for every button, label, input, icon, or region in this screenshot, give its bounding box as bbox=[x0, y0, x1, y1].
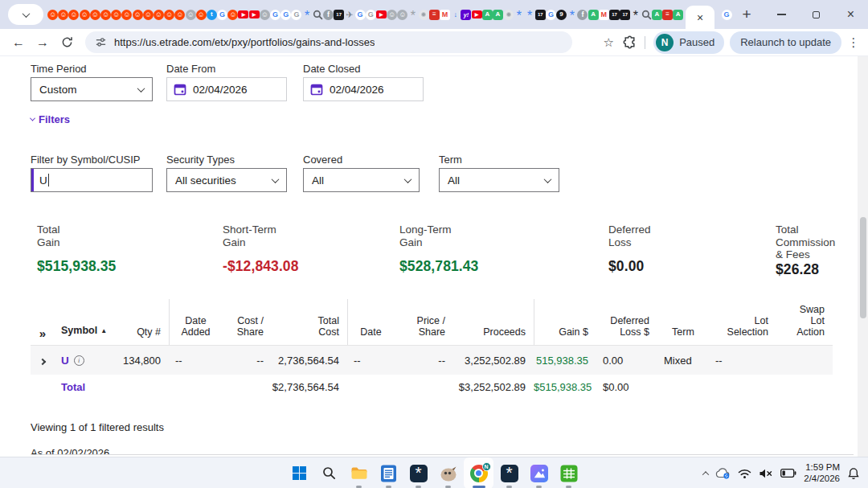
tab-favicon-reddit[interactable]: ☺ bbox=[174, 0, 185, 29]
address-bar[interactable]: https://us.etrade.com/etx/pxy/portfolios… bbox=[85, 31, 572, 53]
column-header-total_cost[interactable]: TotalCost bbox=[272, 315, 347, 345]
tab-favicon-pin_blue[interactable]: * bbox=[514, 0, 524, 29]
tab-favicon-pin_black[interactable]: * bbox=[630, 0, 641, 29]
tab-favicon-reddit[interactable]: ☺ bbox=[196, 0, 207, 29]
page-scrollbar[interactable] bbox=[858, 56, 868, 457]
tab-favicon-reddit[interactable]: ☺ bbox=[164, 0, 174, 29]
tab-favicon-tv17[interactable]: 17 bbox=[535, 0, 546, 29]
tab-favicon-reddit[interactable]: ☺ bbox=[80, 0, 90, 29]
row-expand-button[interactable] bbox=[31, 355, 55, 367]
tab-favicon-pin_blue[interactable]: * bbox=[567, 0, 577, 29]
dark-app-button-1[interactable]: * bbox=[403, 457, 433, 488]
tab-close-icon[interactable]: × bbox=[697, 12, 703, 23]
tab-favicon-android[interactable]: A bbox=[588, 0, 599, 29]
column-header-gain[interactable]: Gain $ bbox=[534, 299, 596, 345]
browser-menu-button[interactable]: ⋮ bbox=[847, 35, 860, 50]
tab-favicon-reddit[interactable]: ☺ bbox=[68, 0, 79, 29]
scrollbar-thumb[interactable] bbox=[860, 217, 866, 318]
tab-favicon-reddit[interactable]: ☺ bbox=[111, 0, 121, 29]
tab-favicon-youtube[interactable]: ▶ bbox=[472, 0, 482, 29]
tab-favicon-google_gray[interactable]: G bbox=[291, 0, 301, 29]
symbol-filter-input[interactable]: U bbox=[31, 168, 153, 192]
security-types-select[interactable]: All securities bbox=[166, 168, 287, 192]
tab-favicon-gmail[interactable]: M bbox=[440, 0, 450, 29]
column-header-proceeds[interactable]: Proceeds bbox=[453, 326, 534, 345]
tab-favicon-chrome_gray[interactable] bbox=[503, 0, 514, 29]
column-header-date_added[interactable]: DateAdded bbox=[169, 299, 222, 345]
tab-favicon-reddit[interactable]: ☺ bbox=[100, 0, 111, 29]
new-tab-button[interactable]: + bbox=[737, 0, 756, 29]
tab-favicon-youtube[interactable]: ▶ bbox=[238, 0, 248, 29]
relaunch-to-update-button[interactable]: Relaunch to update bbox=[730, 31, 841, 54]
dark-app-button-2[interactable]: * bbox=[494, 457, 524, 488]
tab-favicon-search[interactable] bbox=[641, 0, 652, 29]
tab-favicon-google[interactable]: G bbox=[270, 0, 280, 29]
tab-favicon-youtube[interactable]: ▶ bbox=[376, 0, 387, 29]
photos-button[interactable] bbox=[524, 457, 554, 488]
date-closed-field[interactable]: 02/04/2026 bbox=[303, 77, 424, 101]
tab-favicon-reddit[interactable]: ☺ bbox=[227, 0, 238, 29]
tab-favicon-reddit[interactable]: ☺ bbox=[133, 0, 143, 29]
tab-favicon-google[interactable]: G bbox=[280, 0, 291, 29]
tab-favicon-reddit[interactable]: ☺ bbox=[154, 0, 164, 29]
tab-favicon-search[interactable] bbox=[313, 0, 323, 29]
column-header-cost_share[interactable]: Cost /Share bbox=[222, 315, 272, 345]
tab-favicon-reddit[interactable]: ☺ bbox=[58, 0, 68, 29]
tab-favicon-plane[interactable]: ✈ bbox=[344, 0, 354, 29]
profile-chip[interactable]: N Paused bbox=[653, 31, 724, 54]
tab-favicon-pin_blue[interactable]: * bbox=[302, 0, 313, 29]
chrome-button[interactable]: N bbox=[464, 457, 493, 488]
tab-favicon-reddit[interactable]: ☺ bbox=[143, 0, 154, 29]
tray-overflow-chevron-icon[interactable] bbox=[702, 471, 709, 478]
covered-select[interactable]: All bbox=[303, 168, 420, 192]
calc-app-button[interactable] bbox=[554, 457, 583, 488]
reload-button[interactable] bbox=[55, 31, 79, 54]
tab-favicon-reddit[interactable]: ☺ bbox=[47, 0, 58, 29]
writer-app-button[interactable] bbox=[374, 457, 403, 488]
forward-button[interactable]: → bbox=[31, 31, 55, 54]
tab-favicon-download[interactable]: ↓ bbox=[450, 0, 461, 29]
tab-favicon-nine[interactable]: 9 bbox=[556, 0, 567, 29]
active-tab[interactable]: × bbox=[686, 6, 714, 29]
tab-favicon-reddit_gray[interactable]: ☺ bbox=[387, 0, 397, 29]
tab-favicon-google_gray[interactable]: G bbox=[366, 0, 376, 29]
tab-favicon-yahoo[interactable]: y! bbox=[461, 0, 471, 29]
close-button[interactable]: × bbox=[833, 0, 868, 29]
maximize-button[interactable] bbox=[799, 0, 833, 29]
tab-search-button[interactable] bbox=[8, 4, 43, 25]
tab-favicon-android[interactable]: A bbox=[673, 0, 683, 29]
tab-favicon-gmail[interactable]: M bbox=[599, 0, 609, 29]
tab-favicon-android[interactable]: A bbox=[482, 0, 493, 29]
tab-favicon-pin_blue[interactable]: * bbox=[524, 0, 534, 29]
column-header-qty[interactable]: Qty # bbox=[119, 326, 169, 345]
column-header-swap[interactable]: SwapLotAction bbox=[776, 304, 833, 345]
back-button[interactable]: ← bbox=[6, 31, 31, 54]
tab-favicon-tv17[interactable]: 17 bbox=[334, 0, 344, 29]
tab-favicon-reddit[interactable]: ☺ bbox=[121, 0, 132, 29]
tab-favicon-book_red[interactable]: ≡ bbox=[662, 0, 673, 29]
extensions-icon[interactable] bbox=[623, 35, 637, 49]
gimp-button[interactable] bbox=[433, 457, 463, 488]
battery-icon[interactable] bbox=[780, 469, 796, 478]
column-header-price_share[interactable]: Price /Share bbox=[394, 315, 453, 345]
taskbar-search-button[interactable] bbox=[314, 457, 344, 488]
tab-favicon-chrome_gray[interactable] bbox=[419, 0, 429, 29]
tab-favicon-android[interactable]: A bbox=[652, 0, 662, 29]
column-header-symbol[interactable]: Symbol▲ bbox=[55, 325, 119, 345]
tab-favicon-pin_gray[interactable]: * bbox=[407, 0, 418, 29]
site-settings-icon[interactable] bbox=[95, 36, 107, 48]
tab-favicon-google[interactable]: G bbox=[354, 0, 365, 29]
time-period-select[interactable]: Custom bbox=[31, 77, 153, 101]
tab-favicon-google[interactable]: G bbox=[546, 0, 556, 29]
tab-favicon-book_red[interactable]: ≡ bbox=[429, 0, 440, 29]
onedrive-cloud-icon[interactable] bbox=[715, 468, 731, 479]
column-header-date[interactable]: Date bbox=[347, 299, 394, 345]
tab-google[interactable]: G bbox=[718, 0, 735, 29]
tab-favicon-twitter[interactable]: t bbox=[207, 0, 217, 29]
tab-favicon-reddit_gray[interactable]: ☺ bbox=[397, 0, 407, 29]
tab-favicon-reddit[interactable]: ☺ bbox=[90, 0, 100, 29]
file-explorer-button[interactable] bbox=[344, 457, 374, 488]
bookmark-star-icon[interactable]: ☆ bbox=[600, 35, 617, 50]
column-header-term[interactable]: Term bbox=[657, 326, 709, 345]
tab-favicon-google[interactable]: G bbox=[217, 0, 227, 29]
